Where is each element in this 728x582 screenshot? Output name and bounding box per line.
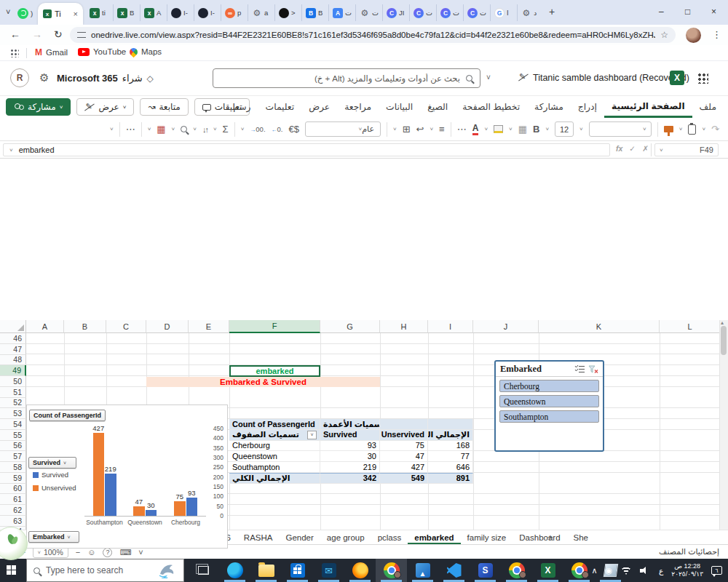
- ribbon-tab-item[interactable]: الصيغ: [420, 96, 455, 118]
- sheet-tab-she[interactable]: She: [567, 530, 595, 545]
- ribbon-tab-item[interactable]: تعليمات: [258, 96, 302, 118]
- bookmark-youtube[interactable]: YouTube: [78, 47, 126, 56]
- row-header-48[interactable]: 48: [0, 355, 26, 366]
- sheet-tab-gender[interactable]: Gender: [279, 530, 320, 545]
- fill-color-icon[interactable]: [494, 125, 503, 133]
- catch-up-button[interactable]: ↝ متابعة: [140, 98, 188, 116]
- account-avatar[interactable]: R: [10, 68, 29, 87]
- ribbon-tab-item[interactable]: مشاركة: [527, 96, 571, 118]
- app-launcher-icon[interactable]: [697, 73, 708, 84]
- bookmark-star-icon[interactable]: ☆: [660, 30, 668, 40]
- tray-expand-icon[interactable]: ∧: [591, 566, 597, 575]
- ribbon-tab-item[interactable]: مراجعة: [337, 96, 379, 118]
- taskbar-excel-button[interactable]: X: [532, 559, 563, 582]
- column-header-I[interactable]: I: [428, 320, 473, 333]
- find-icon[interactable]: [181, 126, 187, 132]
- column-header-G[interactable]: G: [320, 320, 380, 333]
- column-header-A[interactable]: A: [26, 320, 64, 333]
- taskbar-taskview-button[interactable]: [188, 559, 219, 582]
- sheet-tab-embarked[interactable]: embarked: [408, 530, 460, 545]
- spreadsheet-grid[interactable]: ABCDEFGHIJKL 464748495051525354555657585…: [0, 159, 728, 530]
- browser-tab-google[interactable]: Gا: [490, 4, 517, 21]
- cancel-icon[interactable]: ✗: [642, 144, 649, 153]
- new-tab-button[interactable]: +: [549, 6, 555, 17]
- chart-value-field-button[interactable]: Count of PassengerId: [29, 410, 106, 421]
- column-header-K[interactable]: K: [539, 320, 660, 333]
- column-header-L[interactable]: L: [660, 320, 721, 333]
- browser-tab-power[interactable]: I-: [167, 4, 194, 21]
- increase-decimal-icon[interactable]: .00→: [250, 125, 265, 133]
- taskbar-search-input[interactable]: Type here to search: [26, 559, 184, 582]
- taskbar-mail-button[interactable]: ✉: [313, 559, 344, 582]
- column-header-C[interactable]: C: [106, 320, 146, 333]
- autosum-icon[interactable]: Σ: [223, 124, 229, 135]
- browser-tab-cai[interactable]: Cت: [436, 4, 463, 21]
- sort-filter-icon[interactable]: ↑↓: [202, 125, 207, 134]
- address-bar[interactable]: onedrive.live.com/view.aspx?resid=B44F2E…: [70, 27, 676, 43]
- window-maximize-icon[interactable]: □: [685, 7, 690, 17]
- ribbon-tab-item[interactable]: إدراج: [571, 96, 604, 118]
- column-header-H[interactable]: H: [380, 320, 428, 333]
- row-header-52[interactable]: 52: [0, 398, 26, 409]
- merge-cells-icon[interactable]: ⊞: [403, 124, 411, 135]
- slicer-item-southampton[interactable]: Southampton: [499, 410, 599, 423]
- close-tab-icon[interactable]: ×: [74, 9, 78, 18]
- zoom-out-icon[interactable]: −: [76, 548, 80, 557]
- currency-icon[interactable]: $€: [288, 124, 298, 135]
- taskbar-explorer-button[interactable]: [250, 559, 282, 582]
- taskbar-blueapp-button[interactable]: S: [470, 559, 501, 582]
- chevron-down-icon[interactable]: ˅: [545, 126, 549, 132]
- start-button-icon[interactable]: [7, 565, 16, 575]
- chevron-down-icon[interactable]: ˅: [241, 126, 245, 132]
- slicer-embarked[interactable]: Embarked CherbourgQueenstownSouthampton: [494, 360, 604, 452]
- row-header-60[interactable]: 60: [0, 484, 26, 495]
- pivot-row-filter-icon[interactable]: ˅: [307, 431, 317, 439]
- row-header-53[interactable]: 53: [0, 408, 26, 419]
- chevron-down-icon[interactable]: ˅: [172, 126, 175, 132]
- browser-menu-icon[interactable]: ⋮: [712, 29, 721, 40]
- browser-tab-cai[interactable]: CJI: [382, 4, 409, 21]
- row-header-59[interactable]: 59: [0, 473, 26, 484]
- decrease-decimal-icon[interactable]: .0←: [272, 125, 283, 133]
- chevron-down-icon[interactable]: ˅: [484, 126, 488, 132]
- borders-icon[interactable]: ▦: [518, 124, 527, 135]
- taskbar-store-button[interactable]: [282, 559, 313, 582]
- browser-tab-cai[interactable]: Cت: [409, 4, 436, 21]
- browser-tab-whatsapp[interactable]: ): [17, 5, 33, 21]
- sheet-tab-age-group[interactable]: age group: [320, 530, 371, 545]
- sheet-tab-rasha[interactable]: RASHA: [237, 530, 280, 545]
- forward-icon[interactable]: →: [32, 28, 42, 40]
- slicer-item-cherbourg[interactable]: Cherbourg: [499, 380, 599, 392]
- enter-icon[interactable]: ✓: [629, 144, 636, 153]
- chevron-down-icon[interactable]: ˅: [702, 126, 705, 132]
- browser-tab-gear[interactable]: ⚙ت: [355, 4, 382, 21]
- font-size-select[interactable]: 12: [555, 121, 574, 137]
- taskbar-chrome-button[interactable]: [501, 559, 532, 582]
- tab-search-chevron-icon[interactable]: ˅: [6, 7, 10, 16]
- chevron-down-icon[interactable]: ˅: [430, 126, 433, 132]
- wrap-text-icon[interactable]: ↩: [416, 124, 424, 135]
- keyboard-icon[interactable]: ⌨: [119, 548, 131, 557]
- share-button[interactable]: مشاركة ˅: [6, 98, 71, 116]
- ribbon-tab-active[interactable]: الصفحة الرئيسية: [604, 96, 692, 118]
- browser-tab-postman[interactable]: ∞p: [221, 4, 248, 21]
- ribbon-tab-item[interactable]: عرض: [301, 96, 337, 118]
- clear-filter-icon[interactable]: [588, 365, 598, 374]
- browser-tab-cai[interactable]: Cت: [463, 4, 490, 21]
- help-icon[interactable]: ?: [103, 548, 112, 557]
- apps-grid-icon[interactable]: [10, 49, 19, 57]
- chevron-down-icon[interactable]: ˅: [138, 548, 143, 557]
- wifi-icon[interactable]: [620, 566, 632, 575]
- window-close-icon[interactable]: ×: [711, 7, 716, 17]
- scrollbar-thumb[interactable]: [721, 326, 727, 355]
- browser-tab-badge[interactable]: BB: [301, 4, 328, 21]
- bookmark-gmail[interactable]: M Gmail: [35, 47, 68, 57]
- font-color-icon[interactable]: A: [472, 124, 479, 135]
- column-header-E[interactable]: E: [189, 320, 229, 333]
- chart-bar-survived[interactable]: [186, 498, 198, 516]
- row-header-63[interactable]: 63: [0, 516, 26, 527]
- chevron-down-icon[interactable]: ˅: [679, 126, 683, 132]
- more-commands-icon[interactable]: ⋯: [126, 124, 135, 135]
- chart-bar-unservived[interactable]: [93, 433, 105, 516]
- ribbon-tab-item[interactable]: البيانات: [379, 96, 420, 118]
